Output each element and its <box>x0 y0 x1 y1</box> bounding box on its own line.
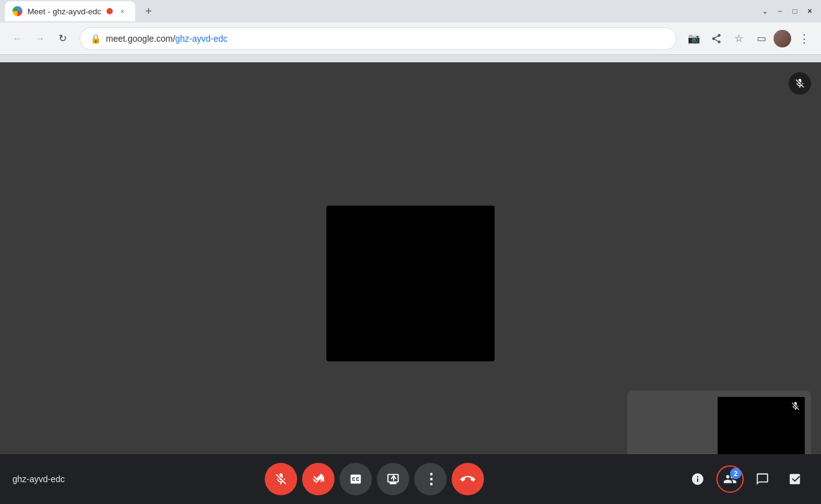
self-mute-icon <box>786 397 805 416</box>
sidebar-toggle-icon[interactable]: ▭ <box>751 29 771 49</box>
mute-button[interactable] <box>265 463 297 495</box>
address-text: meet.google.com/ghz-ayvd-edc <box>106 34 227 44</box>
lock-icon: 🔒 <box>90 34 101 44</box>
browser-tab[interactable]: Meet - ghz-ayvd-edc × <box>5 1 135 21</box>
refresh-button[interactable]: ↻ <box>52 29 72 49</box>
end-call-button[interactable] <box>452 463 484 495</box>
nav-bar: ← → ↻ 🔒 meet.google.com/ghz-ayvd-edc 📷 ☆… <box>0 22 821 55</box>
meet-container: 📌 You ghz-ayvd-edc <box>0 62 821 504</box>
controls-right: 2 <box>684 465 809 493</box>
meeting-id: ghz-ayvd-edc <box>12 474 65 484</box>
window-minimize-button[interactable]: − <box>774 5 786 17</box>
people-count-badge: 2 <box>730 468 741 479</box>
title-bar: Meet - ghz-ayvd-edc × + ⌄ − □ × <box>0 0 821 22</box>
mute-indicator-top <box>789 72 811 95</box>
new-tab-button[interactable]: + <box>140 2 158 20</box>
profile-avatar[interactable] <box>774 30 791 47</box>
window-maximize-button[interactable]: □ <box>789 5 801 17</box>
more-options-button[interactable]: ⋮ <box>414 463 447 495</box>
nav-right-icons: 📷 ☆ ▭ ⋮ <box>684 29 814 49</box>
window-controls: ⌄ − □ × <box>759 5 816 17</box>
title-bar-left: Meet - ghz-ayvd-edc × + <box>5 1 158 21</box>
address-bar[interactable]: 🔒 meet.google.com/ghz-ayvd-edc <box>80 27 676 50</box>
bookmark-icon[interactable]: ☆ <box>729 29 749 49</box>
captions-button[interactable] <box>339 463 372 495</box>
tab-favicon <box>12 6 22 16</box>
chrome-menu-icon[interactable]: ⋮ <box>794 29 814 49</box>
window-down-button[interactable]: ⌄ <box>759 5 771 17</box>
controls-center: ⋮ <box>265 463 484 495</box>
browser-chrome: Meet - ghz-ayvd-edc × + ⌄ − □ × ← → ↻ 🔒 … <box>0 0 821 62</box>
control-bar: ghz-ayvd-edc <box>0 454 821 504</box>
forward-button[interactable]: → <box>30 29 50 49</box>
tab-close-button[interactable]: × <box>118 6 128 16</box>
main-video-feed <box>326 206 495 361</box>
back-button[interactable]: ← <box>7 29 27 49</box>
window-close-button[interactable]: × <box>804 5 816 17</box>
info-button[interactable] <box>684 465 711 493</box>
chat-button[interactable] <box>749 465 776 493</box>
video-button[interactable] <box>302 463 335 495</box>
camera-icon[interactable]: 📷 <box>684 29 704 49</box>
tab-title: Meet - ghz-ayvd-edc <box>27 7 102 16</box>
share-icon[interactable] <box>706 29 726 49</box>
present-button[interactable] <box>377 463 409 495</box>
recording-dot <box>107 8 113 14</box>
people-button[interactable]: 2 <box>716 465 744 493</box>
activities-button[interactable] <box>781 465 809 493</box>
